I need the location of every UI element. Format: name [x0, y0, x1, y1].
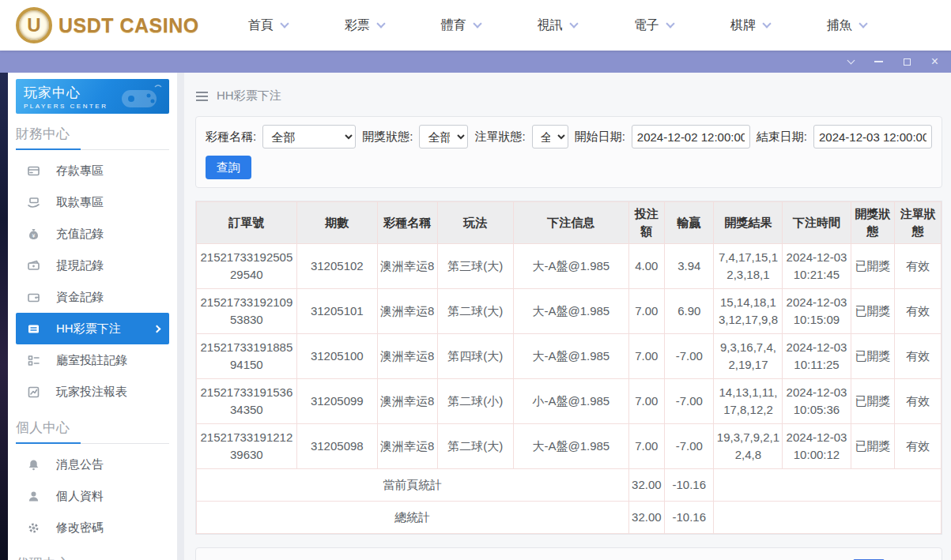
table-cell: 31205098 — [296, 423, 377, 468]
sidebar-item-player-bet-report[interactable]: 玩家投注報表 — [16, 376, 169, 408]
section-divider — [16, 443, 169, 444]
chevron-down-icon — [280, 19, 289, 28]
table-cell: 第二球(小) — [437, 378, 513, 423]
summary-bet-total: 32.00 — [628, 468, 664, 501]
sidebar-item-deposit[interactable]: 存款專區 — [16, 155, 169, 186]
sidebar-item-profile[interactable]: 個人資料 — [16, 480, 169, 512]
sidebar-item-label: 修改密碼 — [56, 521, 104, 536]
top-navbar: U USDT CASINO 首頁 彩票 體育 視訊 電子 棋牌 捕魚 — [0, 0, 951, 51]
table-cell: 大-A盤@1.985 — [514, 333, 629, 378]
column-header: 玩法 — [437, 202, 513, 244]
table-cell: 第四球(大) — [437, 333, 513, 378]
pagination-panel: 每頁顯示20條 共5条 首页 上一页 1 下一页 第 页 跳转 — [195, 547, 942, 560]
summary-winloss-total: -10.16 — [665, 468, 714, 501]
page-title: HH彩票下注 — [217, 88, 281, 103]
table-cell: 已開獎 — [851, 288, 895, 333]
sidebar-item-label: HH彩票下注 — [56, 321, 121, 336]
table-cell: 7,4,17,15,12,3,18,1 — [714, 243, 783, 288]
collapse-chevron-icon[interactable] — [848, 60, 854, 63]
lottery-name-select[interactable]: 全部 — [262, 125, 356, 148]
sidebar-item-label: 資金記錄 — [56, 290, 104, 305]
table-cell: 有效 — [895, 423, 942, 468]
chevron-down-icon — [762, 19, 771, 28]
draw-status-select[interactable]: 全部 — [419, 125, 468, 148]
sidebar-item-withdrawal-records[interactable]: 提現記錄 — [16, 250, 169, 281]
chevron-down-icon — [376, 19, 385, 28]
hamburger-menu-icon[interactable] — [195, 91, 209, 102]
sidebar-item-announcements[interactable]: 消息公告 — [16, 449, 169, 480]
sidebar-item-change-password[interactable]: 修改密碼 — [16, 512, 169, 543]
chevron-down-icon — [569, 19, 578, 28]
table-cell: 2152173319210953830 — [197, 288, 297, 333]
sidebar-item-recharge-records[interactable]: ¥ 充值記錄 — [16, 218, 169, 250]
summary-bet-total: 32.00 — [628, 501, 664, 533]
orders-table-wrap: 訂單號期數彩種名稱玩法下注信息投注額輸贏開獎結果下注時間開獎狀態注單狀態 215… — [195, 201, 942, 535]
wallet-icon — [27, 291, 40, 304]
order-status-label: 注單狀態: — [474, 130, 525, 145]
window-titlebar: × — [0, 51, 951, 73]
nav-menu: 首頁 彩票 體育 視訊 電子 棋牌 捕魚 — [248, 17, 866, 34]
nav-item-live[interactable]: 視訊 — [538, 17, 577, 34]
sidebar: 玩家中心 PLAYERS CENTER 財務中心 存款專區 取款專區 ¥ 充值記… — [8, 73, 177, 560]
bell-icon — [27, 458, 40, 472]
table-cell: 4.00 — [628, 243, 664, 288]
nav-item-sports[interactable]: 體育 — [441, 17, 481, 34]
moneybag-icon: ¥ — [27, 227, 40, 241]
person-icon — [27, 490, 40, 503]
summary-winloss-total: -10.16 — [665, 501, 714, 533]
withdraw-hand-icon — [27, 196, 40, 209]
table-cell: 已開獎 — [851, 378, 895, 423]
maximize-icon[interactable] — [904, 58, 911, 66]
sidebar-item-hh-lottery-bets[interactable]: HH彩票下注 — [16, 313, 169, 344]
logo[interactable]: U USDT CASINO — [16, 7, 199, 43]
background-strip — [0, 73, 8, 560]
table-cell: 2024-12-03 10:15:09 — [783, 288, 851, 333]
search-button[interactable]: 查詢 — [206, 156, 251, 179]
sidebar-item-funds-records[interactable]: 資金記錄 — [16, 281, 169, 313]
table-cell: 2152173319250529540 — [197, 243, 297, 288]
nav-item-fishing[interactable]: 捕魚 — [827, 17, 866, 34]
column-header: 訂單號 — [197, 202, 297, 244]
table-cell: 31205101 — [296, 288, 377, 333]
gamepad-icon — [115, 82, 164, 114]
sidebar-item-label: 充值記錄 — [56, 227, 104, 242]
table-cell: 3.94 — [665, 243, 714, 288]
sidebar-item-withdraw[interactable]: 取款專區 — [16, 186, 169, 218]
table-cell: -7.00 — [665, 378, 714, 423]
table-cell: 31205099 — [296, 378, 377, 423]
table-cell: 大-A盤@1.985 — [514, 423, 629, 468]
ticket-list-icon — [27, 322, 40, 336]
order-status-select[interactable]: 全部 — [532, 125, 568, 148]
end-date-input[interactable] — [813, 125, 932, 148]
table-cell: -7.00 — [665, 423, 714, 468]
column-header: 輸贏 — [665, 202, 714, 244]
table-row: 215217331915363435031205099澳洲幸运8第二球(小)小-… — [197, 378, 942, 423]
summary-label: 當前頁統計 — [197, 468, 629, 501]
nav-item-lottery[interactable]: 彩票 — [345, 17, 384, 34]
table-cell: 有效 — [895, 243, 942, 288]
nav-item-label: 體育 — [441, 17, 466, 34]
nav-item-boardgames[interactable]: 棋牌 — [730, 17, 770, 34]
table-body: 215217331925052954031205102澳洲幸运8第三球(大)大-… — [197, 243, 942, 468]
table-cell: 小-A盤@1.985 — [514, 378, 629, 423]
start-date-input[interactable] — [632, 125, 750, 148]
logo-text: USDT CASINO — [58, 14, 199, 37]
nav-item-label: 彩票 — [345, 17, 370, 34]
nav-item-label: 棋牌 — [730, 17, 756, 34]
workspace: 玩家中心 PLAYERS CENTER 財務中心 存款專區 取款專區 ¥ 充值記… — [0, 73, 951, 560]
table-cell: 31205102 — [296, 243, 377, 288]
nav-item-home[interactable]: 首頁 — [248, 17, 288, 34]
table-cell: 大-A盤@1.985 — [514, 243, 629, 288]
sidebar-item-hall-bet-records[interactable]: 廳室投註記錄 — [16, 344, 169, 376]
close-icon[interactable]: × — [931, 55, 938, 68]
report-chart-icon — [27, 385, 40, 399]
column-header: 下注時間 — [783, 202, 851, 244]
table-cell: 14,13,1,11,17,8,12,2 — [714, 378, 783, 423]
table-cell: 7.00 — [628, 378, 664, 423]
table-cell: 澳洲幸运8 — [377, 333, 437, 378]
table-row: 215217331921095383031205101澳洲幸运8第二球(大)大-… — [197, 288, 942, 333]
nav-item-slots[interactable]: 電子 — [634, 17, 674, 34]
chevron-down-icon — [473, 19, 481, 28]
minimize-icon[interactable] — [874, 61, 883, 62]
sidebar-item-label: 消息公告 — [56, 457, 104, 472]
